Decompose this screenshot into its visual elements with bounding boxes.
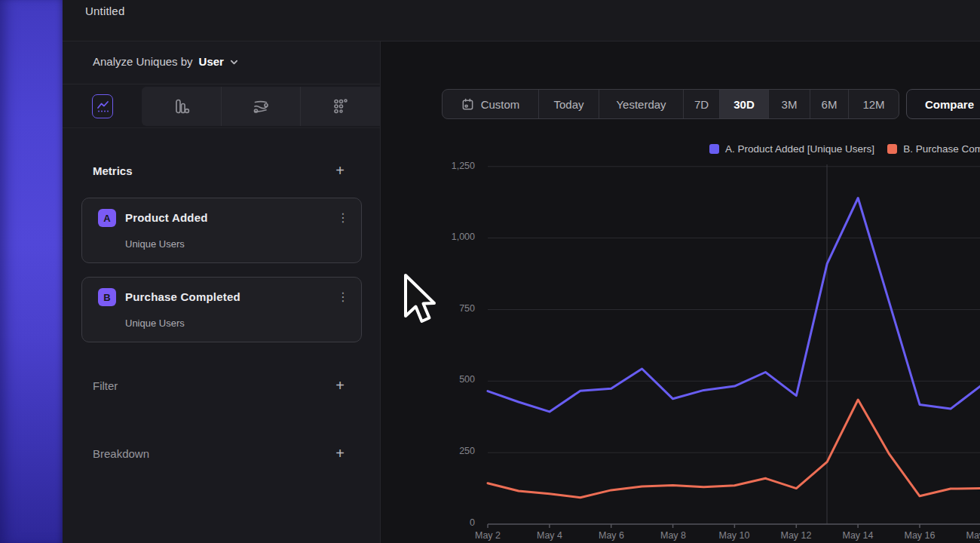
- range-30d-button[interactable]: 30D: [719, 90, 768, 118]
- chart-type-tabs: [63, 84, 380, 128]
- kebab-menu-icon[interactable]: ⋮: [335, 210, 351, 228]
- sidebar: Analyze Uniques by User: [63, 41, 381, 543]
- date-range-control: Custom Today Yesterday 7D 30D 3M 6M 12M: [442, 89, 899, 119]
- x-axis-tick: May 2: [458, 530, 518, 541]
- breakdown-section-title: Breakdown: [93, 447, 149, 460]
- y-axis-tick: 750: [430, 303, 475, 314]
- filter-section-title: Filter: [93, 379, 118, 392]
- range-3m-button[interactable]: 3M: [768, 90, 810, 118]
- analyze-by-dropdown[interactable]: User: [199, 55, 224, 68]
- legend-item-b[interactable]: B. Purchase Completed [Unique Users]: [887, 143, 980, 155]
- calendar-icon: [461, 98, 474, 111]
- desktop-gradient-strip: [0, 0, 63, 543]
- range-7d-button[interactable]: 7D: [683, 90, 719, 118]
- retention-grid-icon: [332, 97, 350, 115]
- metric-name: Product Added: [125, 211, 208, 224]
- top-bar: Untitled: [63, 0, 980, 41]
- compare-button[interactable]: Compare: [906, 89, 980, 119]
- x-axis-tick: May 8: [643, 530, 703, 541]
- metric-badge-a: A: [98, 209, 116, 227]
- report-title[interactable]: Untitled: [85, 5, 124, 17]
- range-yesterday-button[interactable]: Yesterday: [599, 90, 683, 118]
- tab-flows[interactable]: [221, 87, 301, 126]
- y-axis-tick: 0: [430, 517, 475, 528]
- x-axis-tick: May 18: [951, 530, 980, 541]
- y-axis-tick: 1,250: [430, 161, 475, 171]
- chart-legend: A. Product Added [Unique Users] B. Purch…: [709, 143, 980, 155]
- tab-bar-chart[interactable]: [142, 87, 221, 126]
- x-axis-tick: May 4: [519, 530, 580, 541]
- app-window: Untitled Analyze Uniques by User: [0, 0, 980, 543]
- bar-chart-icon: [172, 97, 190, 115]
- range-label: Custom: [481, 98, 520, 111]
- legend-label: A. Product Added [Unique Users]: [725, 143, 874, 155]
- legend-swatch-orange: [887, 144, 897, 154]
- legend-item-a[interactable]: A. Product Added [Unique Users]: [709, 143, 874, 155]
- analyze-row: Analyze Uniques by User: [63, 41, 380, 84]
- range-custom-button[interactable]: Custom: [443, 90, 538, 118]
- chevron-down-icon[interactable]: [230, 58, 238, 66]
- x-axis-tick: May 6: [581, 530, 642, 541]
- metrics-section-title: Metrics: [93, 164, 133, 177]
- add-filter-button[interactable]: +: [332, 379, 348, 394]
- analyze-prefix-label: Analyze Uniques by: [93, 55, 193, 68]
- kebab-menu-icon[interactable]: ⋮: [335, 289, 351, 307]
- legend-swatch-purple: [709, 144, 719, 154]
- x-axis-tick: May 12: [766, 530, 826, 541]
- y-axis-tick: 1,000: [430, 232, 475, 242]
- x-axis-tick: May 14: [828, 530, 888, 541]
- range-12m-button[interactable]: 12M: [848, 90, 899, 118]
- line-chart-icon: [96, 100, 110, 114]
- x-axis-tick: May 10: [704, 530, 764, 541]
- legend-label: B. Purchase Completed [Unique Users]: [903, 143, 980, 155]
- metric-badge-b: B: [98, 288, 116, 306]
- add-breakdown-button[interactable]: +: [332, 446, 348, 462]
- metric-name: Purchase Completed: [125, 290, 240, 303]
- chart-panel: Custom Today Yesterday 7D 30D 3M 6M 12M …: [381, 41, 980, 543]
- tab-line-chart[interactable]: [63, 84, 142, 127]
- chart-type-tab-group: [142, 87, 380, 126]
- range-today-button[interactable]: Today: [538, 90, 599, 118]
- y-axis-tick: 500: [430, 374, 475, 385]
- metric-subtitle[interactable]: Unique Users: [125, 238, 185, 250]
- metric-card-a[interactable]: A Product Added ⋮ Unique Users: [81, 198, 362, 263]
- tab-retention[interactable]: [300, 87, 380, 126]
- metric-subtitle[interactable]: Unique Users: [125, 318, 185, 329]
- flows-icon: [252, 97, 270, 115]
- range-6m-button[interactable]: 6M: [810, 90, 848, 118]
- y-axis-tick: 250: [430, 446, 475, 456]
- metric-card-b[interactable]: B Purchase Completed ⋮ Unique Users: [81, 277, 362, 342]
- add-metric-button[interactable]: +: [332, 164, 348, 179]
- x-axis-tick: May 16: [890, 530, 950, 541]
